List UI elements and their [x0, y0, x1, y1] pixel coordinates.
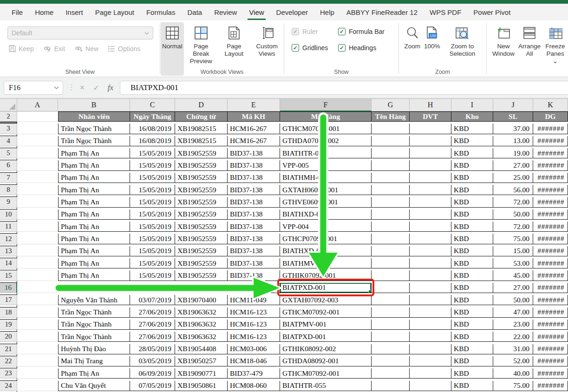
- page-break-preview-button[interactable]: Page Break Preview: [185, 22, 218, 76]
- tab-review[interactable]: Review: [208, 4, 243, 20]
- cell-C21[interactable]: 28/05/2019: [130, 344, 175, 354]
- cell-D18[interactable]: XB19063632: [175, 307, 228, 318]
- cell-G21[interactable]: [372, 344, 410, 354]
- cell-C10[interactable]: 15/05/2019: [130, 209, 175, 220]
- cell-E19[interactable]: HCM16-123: [228, 320, 280, 330]
- tab-abbyy-finereader-12[interactable]: ABBYY FineReader 12: [340, 4, 424, 20]
- cell-J22[interactable]: 52.00: [493, 356, 533, 366]
- cell-C14[interactable]: 15/05/2019: [130, 258, 175, 268]
- cell-E5[interactable]: BID37-138: [228, 148, 280, 158]
- cell-A23[interactable]: [17, 368, 58, 379]
- cell-J23[interactable]: 40.00: [493, 368, 533, 379]
- cell-F12[interactable]: GTHCP07092-001: [280, 234, 372, 244]
- cell-A13[interactable]: [17, 246, 58, 256]
- cell-F23[interactable]: GTHCM07092-001: [280, 368, 372, 379]
- cell-D22[interactable]: XB19050257: [175, 356, 228, 366]
- row-header-12[interactable]: 12: [0, 234, 17, 244]
- cell-F22[interactable]: GTHDA08092-001: [280, 356, 372, 366]
- cell-A24[interactable]: [17, 381, 58, 391]
- cell-H10[interactable]: [410, 209, 451, 220]
- cell-F10[interactable]: BIATHXD-002: [280, 209, 372, 220]
- cell-C18[interactable]: 27/06/2019: [130, 307, 175, 318]
- cell-C20[interactable]: 27/06/2019: [130, 332, 175, 342]
- cell-G2[interactable]: Tên Hàng: [372, 111, 410, 122]
- cell-G6[interactable]: [372, 160, 410, 170]
- row-header-5[interactable]: 5: [0, 148, 17, 158]
- column-header-E[interactable]: E: [228, 99, 280, 111]
- column-header-G[interactable]: G: [372, 99, 410, 111]
- cell-F11[interactable]: VPP-004: [280, 222, 372, 232]
- cell-B14[interactable]: Phạm Thị An: [58, 258, 130, 268]
- cell-A3[interactable]: [17, 124, 58, 134]
- cell-D12[interactable]: XB19052559: [175, 234, 228, 244]
- cell-B21[interactable]: Huỳnh Thị Đào: [58, 344, 130, 354]
- cell-F5[interactable]: BIATHTR-002: [280, 148, 372, 158]
- cell-F14[interactable]: BIATHMV-001: [280, 258, 372, 268]
- cell-D7[interactable]: XB19052559: [175, 173, 228, 183]
- exit-button[interactable]: Exit: [43, 45, 65, 52]
- cell-J2[interactable]: SL: [493, 111, 533, 122]
- cell-K24[interactable]: #######: [533, 381, 568, 391]
- cell-F8[interactable]: GXTAH06092-001: [280, 185, 372, 195]
- cell-A16[interactable]: [17, 283, 58, 293]
- cell-B13[interactable]: Phạm Thị An: [58, 246, 130, 256]
- cell-K21[interactable]: #######: [533, 344, 568, 354]
- cell-H15[interactable]: [410, 270, 451, 281]
- cell-B6[interactable]: Phạm Thị An: [58, 160, 130, 170]
- cell-G12[interactable]: [372, 234, 410, 244]
- cell-G20[interactable]: [372, 332, 410, 342]
- cell-B8[interactable]: Phạm Thị An: [58, 185, 130, 195]
- formula-input[interactable]: BIATPXD-001: [120, 81, 568, 95]
- cell-K19[interactable]: #######: [533, 320, 568, 330]
- cell-B23[interactable]: Phạm Thị An: [58, 368, 130, 379]
- cell-D13[interactable]: XB19052559: [175, 246, 228, 256]
- cell-G11[interactable]: [372, 222, 410, 232]
- cell-E18[interactable]: HCM16-123: [228, 307, 280, 318]
- headings-checkbox[interactable]: ✓ Headings: [338, 44, 394, 52]
- column-header-C[interactable]: C: [130, 99, 175, 111]
- cell-G15[interactable]: [372, 270, 410, 281]
- cell-I3[interactable]: KBD: [451, 124, 493, 134]
- cell-F24[interactable]: BIATHTR-055: [280, 381, 372, 391]
- row-header-4[interactable]: 4: [0, 136, 17, 146]
- cell-I20[interactable]: KBD: [451, 332, 493, 342]
- cell-F20[interactable]: BIATPXD-001: [280, 332, 372, 342]
- tab-page-layout[interactable]: Page Layout: [89, 4, 140, 20]
- select-all-corner[interactable]: [0, 99, 17, 111]
- cell-A12[interactable]: [17, 234, 58, 244]
- cell-I12[interactable]: KBD: [451, 234, 493, 244]
- cell-J24[interactable]: 75.00: [493, 381, 533, 391]
- tab-wps-pdf[interactable]: WPS PDF: [424, 4, 467, 20]
- cell-I14[interactable]: KBD: [451, 258, 493, 268]
- cell-H12[interactable]: [410, 234, 451, 244]
- cell-B20[interactable]: Trần Ngọc Thành: [58, 332, 130, 342]
- cell-B24[interactable]: Chu Văn Quyết: [58, 381, 130, 391]
- column-header-A[interactable]: A: [17, 99, 58, 111]
- cell-D16[interactable]: [175, 283, 228, 293]
- row-header-19[interactable]: 19: [0, 320, 17, 330]
- cell-H18[interactable]: [410, 307, 451, 318]
- gridlines-checkbox[interactable]: ✓ Gridlines: [292, 44, 338, 52]
- page-layout-button[interactable]: Page Layout: [218, 22, 249, 76]
- tab-data[interactable]: Data: [181, 4, 208, 20]
- cell-I2[interactable]: Kho: [451, 111, 493, 122]
- cell-I10[interactable]: KBD: [451, 209, 493, 220]
- cell-D21[interactable]: XB19054408: [175, 344, 228, 354]
- cell-E6[interactable]: BID37-138: [228, 160, 280, 170]
- row-header-3[interactable]: 3: [0, 124, 17, 134]
- cell-G16[interactable]: [372, 283, 410, 293]
- cell-H22[interactable]: [410, 356, 451, 366]
- column-header-B[interactable]: B: [58, 99, 130, 111]
- cell-C6[interactable]: 15/05/2019: [130, 160, 175, 170]
- cell-G10[interactable]: [372, 209, 410, 220]
- cell-F4[interactable]: GTHDA07092-002: [280, 136, 372, 146]
- cell-G24[interactable]: [372, 381, 410, 391]
- cell-A15[interactable]: [17, 270, 58, 281]
- cell-B5[interactable]: Phạm Thị An: [58, 148, 130, 158]
- row-header-24[interactable]: 24: [0, 381, 17, 391]
- tab-file[interactable]: File: [6, 4, 29, 20]
- cell-B18[interactable]: Trần Ngọc Thành: [58, 307, 130, 318]
- cell-E13[interactable]: BID37-138: [228, 246, 280, 256]
- cell-G19[interactable]: [372, 320, 410, 330]
- cell-G4[interactable]: [372, 136, 410, 146]
